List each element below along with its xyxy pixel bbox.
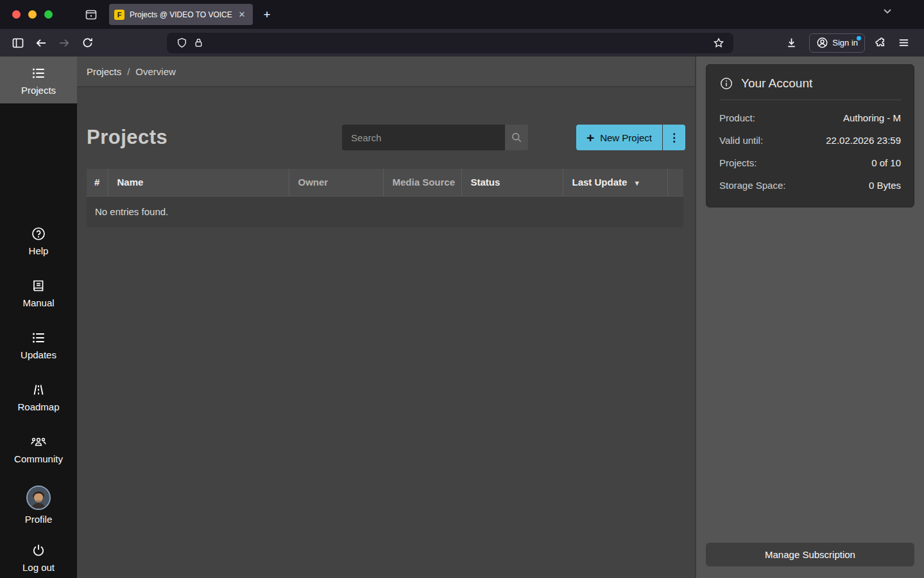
window-maximize-button[interactable] [44,10,53,19]
projects-table: # Name Owner Media Source Status Last Up… [87,169,683,227]
sidebar-item-manual[interactable]: Manual [0,269,77,316]
new-tab-icon[interactable]: + [258,6,276,24]
table-header-row: # Name Owner Media Source Status Last Up… [87,169,683,196]
downloads-icon[interactable] [781,33,801,53]
new-project-button[interactable]: + New Project [576,125,662,150]
sidebar-item-logout[interactable]: Log out [0,534,77,578]
extensions-icon[interactable] [870,33,891,53]
close-tab-icon[interactable]: ✕ [236,9,248,21]
sign-in-label: Sign in [832,38,858,48]
sidebar-item-roadmap[interactable]: Roadmap [0,373,77,420]
macos-window-controls [12,10,53,19]
account-row-storage: Storage Space: 0 Bytes [706,174,914,197]
new-project-label: New Project [600,132,652,143]
column-header-index[interactable]: # [87,169,108,196]
search-icon[interactable] [505,125,528,150]
divider [719,100,901,100]
road-icon [31,382,46,398]
tab-favicon: F [114,10,124,20]
breadcrumb-section[interactable]: Projects [87,66,121,77]
info-icon [719,76,733,91]
column-header-last-update[interactable]: Last Update▼ [563,169,667,196]
column-header-name[interactable]: Name [108,169,289,196]
sidebar-item-label: Log out [22,562,55,573]
empty-message: No entries found. [87,196,683,227]
window-minimize-button[interactable] [28,10,37,19]
sidebar-item-label: Manual [22,297,54,308]
account-card-title: Your Account [741,76,812,91]
browser-tab[interactable]: F Projects @ VIDEO TO VOICE ✕ [109,4,253,25]
column-header-status[interactable]: Status [461,169,563,196]
sidebar-item-projects[interactable]: Projects [0,57,77,103]
column-header-owner[interactable]: Owner [289,169,383,196]
browser-titlebar: F Projects @ VIDEO TO VOICE ✕ + [0,0,924,29]
book-icon [31,278,46,293]
sidebar-item-label: Help [29,245,49,256]
search-box [342,125,528,150]
url-bar[interactable] [167,33,733,53]
sidebar-item-help[interactable]: Help [0,217,77,264]
sidebar-item-label: Roadmap [17,401,59,412]
help-icon [31,226,46,241]
search-input[interactable] [342,125,505,150]
bookmark-star-icon[interactable] [710,35,727,51]
tab-list-chevron-icon[interactable] [882,5,893,17]
sidebar-item-label: Projects [21,85,56,96]
your-account-card: Your Account Product: Authoring - M Vali… [706,64,914,207]
sidebar-item-profile[interactable]: Profile [0,477,77,532]
avatar [26,486,51,510]
app-sidebar: Projects Help Manual [0,57,77,578]
tracking-shield-icon[interactable] [173,35,190,51]
account-row-product: Product: Authoring - M [706,107,914,129]
account-row-valid-until: Valid until: 22.02.2026 23:59 [706,129,914,152]
menu-icon[interactable] [893,33,914,53]
sidebar-item-community[interactable]: Community [0,425,77,472]
project-options-kebab-icon[interactable]: ⋮ [662,125,685,150]
sort-desc-icon: ▼ [633,179,640,187]
page-title: Projects [87,126,167,149]
notification-badge [857,36,861,40]
sidebar-item-updates[interactable]: Updates [0,321,77,368]
forward-icon[interactable] [54,33,74,53]
account-panel: Your Account Product: Authoring - M Vali… [695,57,924,578]
reload-icon[interactable] [77,33,98,53]
sidebar-item-label: Updates [21,349,56,360]
sidebar-toggle-icon[interactable] [8,33,28,53]
account-row-projects: Projects: 0 of 10 [706,152,914,174]
browser-toolbar: Sign in [0,29,924,57]
manage-subscription-button[interactable]: Manage Subscription [706,543,914,566]
list-icon [31,330,46,346]
tab-title: Projects @ VIDEO TO VOICE [130,10,236,19]
new-project-button-group: + New Project ⋮ [576,125,685,150]
plus-icon: + [586,131,594,144]
power-icon [31,543,46,558]
account-icon [816,37,828,49]
firefox-view-icon[interactable] [81,5,101,24]
back-icon[interactable] [31,33,51,53]
column-header-spacer [667,169,683,196]
breadcrumb-page: Overview [135,66,176,77]
list-icon [31,66,46,81]
breadcrumb-separator: / [127,66,130,77]
sidebar-item-label: Profile [25,514,53,525]
main-content: Projects / Overview Projects + [77,57,695,578]
window-close-button[interactable] [12,10,21,19]
column-header-media-source[interactable]: Media Source [383,169,461,196]
sign-in-button[interactable]: Sign in [809,33,865,53]
sidebar-item-label: Community [14,453,63,464]
table-empty-row: No entries found. [87,196,683,227]
lock-icon[interactable] [190,35,207,51]
breadcrumb: Projects / Overview [77,57,695,87]
people-icon [30,434,47,450]
